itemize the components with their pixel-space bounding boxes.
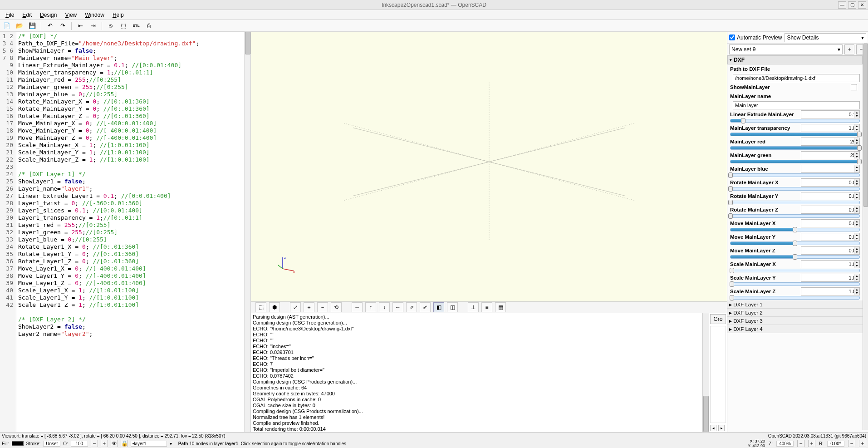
view-right-icon[interactable]: → xyxy=(352,302,363,312)
preset-select[interactable]: New set 9 ▾ xyxy=(729,44,843,54)
view-bottom-icon[interactable]: ↓ xyxy=(379,302,390,312)
param-spin-input[interactable]: 0.00▲▼ xyxy=(801,219,860,227)
spin-up-icon[interactable]: ▲ xyxy=(854,111,859,114)
menu-help[interactable]: Help xyxy=(109,11,128,19)
view-top-icon[interactable]: ↑ xyxy=(365,302,376,312)
layer-indicator[interactable]: •layer1 xyxy=(131,441,167,447)
param-spin-input[interactable]: 0.10▲▼ xyxy=(801,110,860,118)
visibility-icon[interactable]: 👁 xyxy=(111,440,118,447)
param-checkbox[interactable] xyxy=(851,84,857,90)
spin-down-icon[interactable]: ▼ xyxy=(854,169,859,172)
render-icon[interactable]: ⬚ xyxy=(118,21,128,31)
param-spin-input[interactable]: 0.00▲▼ xyxy=(801,192,860,200)
preview-checkbox-input[interactable] xyxy=(729,34,735,40)
param-slider[interactable] xyxy=(730,269,860,272)
open-icon[interactable]: 📂 xyxy=(15,21,25,31)
indent-icon[interactable]: ⇥ xyxy=(88,21,98,31)
new-icon[interactable]: 📄 xyxy=(2,21,12,31)
group-dxf[interactable]: ▾DXF xyxy=(727,55,863,64)
view-left-icon[interactable]: ← xyxy=(392,302,403,312)
spin-down-icon[interactable]: ▼ xyxy=(854,210,859,213)
preview-icon[interactable]: ⎋ xyxy=(106,21,116,31)
group-dxf-layer-2[interactable]: ▸ DXF Layer 2 xyxy=(727,309,863,317)
view-front-icon[interactable]: ⇗ xyxy=(406,302,417,312)
spin-down-icon[interactable]: ▼ xyxy=(854,291,859,295)
spin-down-icon[interactable]: ▼ xyxy=(854,223,859,227)
ortho-icon[interactable]: ◫ xyxy=(447,302,458,312)
zoom-out-btn[interactable]: − xyxy=(797,440,804,447)
unindent-icon[interactable]: ⇤ xyxy=(75,21,85,31)
opacity-value[interactable]: 100 xyxy=(71,441,88,447)
rotation-value[interactable]: 0.00° xyxy=(827,441,844,447)
param-spin-input[interactable]: 0.00▲▼ xyxy=(801,246,860,255)
param-spin-input[interactable]: 255▲▼ xyxy=(801,151,860,159)
zoom-value[interactable]: 400% xyxy=(776,441,794,447)
param-slider[interactable] xyxy=(730,282,860,286)
spin-down-icon[interactable]: ▼ xyxy=(854,278,859,281)
axes-icon[interactable]: ⊥ xyxy=(468,302,479,312)
spin-down-icon[interactable]: ▼ xyxy=(854,251,859,254)
print-icon[interactable]: ⎙ xyxy=(144,21,154,31)
spin-up-icon[interactable]: ▲ xyxy=(854,261,859,264)
group-dxf-layer-4[interactable]: ▸ DXF Layer 4 xyxy=(727,325,863,333)
spin-up-icon[interactable]: ▲ xyxy=(854,179,859,182)
chevron-down-icon[interactable]: ▾ xyxy=(170,441,172,446)
param-spin-input[interactable]: 1.00▲▼ xyxy=(801,274,860,282)
spin-down-icon[interactable]: ▼ xyxy=(854,114,859,118)
edges-icon[interactable]: ▦ xyxy=(495,302,506,312)
spin-up-icon[interactable]: ▲ xyxy=(854,206,859,210)
param-slider[interactable] xyxy=(730,296,860,300)
param-slider[interactable] xyxy=(730,187,860,191)
menu-design[interactable]: Design xyxy=(36,11,60,19)
opacity-up[interactable]: + xyxy=(101,440,108,447)
param-slider[interactable] xyxy=(730,201,860,204)
param-spin-input[interactable]: 0.00▲▼ xyxy=(801,206,860,214)
param-slider[interactable] xyxy=(730,255,860,259)
spin-up-icon[interactable]: ▲ xyxy=(854,138,859,142)
spin-down-icon[interactable]: ▼ xyxy=(854,237,859,241)
param-text-input[interactable] xyxy=(733,101,860,109)
spin-down-icon[interactable]: ▼ xyxy=(854,128,859,132)
spin-down-icon[interactable]: ▼ xyxy=(854,264,859,268)
zoom-out-icon[interactable]: － xyxy=(317,302,328,312)
spin-up-icon[interactable]: ▲ xyxy=(854,124,859,128)
render-view-icon[interactable]: ⬢ xyxy=(269,302,280,312)
param-spin-input[interactable]: 1.00▲▼ xyxy=(801,287,860,295)
fill-swatch[interactable] xyxy=(12,441,24,446)
group-dxf-layer-1[interactable]: ▸ DXF Layer 1 xyxy=(727,300,863,309)
spin-down-icon[interactable]: ▼ xyxy=(854,182,859,186)
zoom-in-btn[interactable]: + xyxy=(808,440,815,447)
undo-icon[interactable]: ↶ xyxy=(45,21,55,31)
rot-up-btn[interactable]: + xyxy=(859,440,866,447)
scroll-left-icon[interactable]: ◂ xyxy=(710,425,716,431)
console-scrollbar[interactable] xyxy=(702,313,709,432)
param-slider[interactable] xyxy=(730,133,860,136)
scale-marker-icon[interactable]: ≡ xyxy=(481,302,492,312)
param-spin-input[interactable]: 0.00▲▼ xyxy=(801,178,860,187)
menu-window[interactable]: Window xyxy=(81,11,108,19)
zoom-all-icon[interactable]: ⤢ xyxy=(290,302,301,312)
add-preset-button[interactable]: ＋ xyxy=(844,44,854,54)
menu-file[interactable]: File xyxy=(2,11,18,19)
rot-down-btn[interactable]: − xyxy=(848,440,855,447)
spin-up-icon[interactable]: ▲ xyxy=(854,233,859,237)
save-icon[interactable]: 💾 xyxy=(27,21,37,31)
spin-up-icon[interactable]: ▲ xyxy=(854,288,859,291)
spin-up-icon[interactable]: ▲ xyxy=(854,247,859,251)
zoom-in-icon[interactable]: ＋ xyxy=(304,302,314,312)
lock-icon[interactable]: 🔒 xyxy=(121,440,128,447)
group-dxf-layer-3[interactable]: ▸ DXF Layer 3 xyxy=(727,317,863,325)
param-spin-input[interactable]: 1.00▲▼ xyxy=(801,124,860,132)
spin-up-icon[interactable]: ▲ xyxy=(854,192,859,196)
param-slider[interactable] xyxy=(730,173,860,177)
params-scrollbar[interactable] xyxy=(863,44,868,430)
minimize-button[interactable]: — xyxy=(838,1,846,9)
console-output[interactable]: Parsing design (AST generation)...Compil… xyxy=(251,313,709,432)
details-combo[interactable]: Show Details ▾ xyxy=(785,33,866,42)
spin-down-icon[interactable]: ▼ xyxy=(854,142,859,145)
param-spin-input[interactable]: 0▲▼ xyxy=(801,165,860,173)
editor-scrollbar[interactable] xyxy=(244,32,250,432)
spin-up-icon[interactable]: ▲ xyxy=(854,165,859,169)
param-slider[interactable] xyxy=(730,119,860,123)
reset-view-icon[interactable]: ⟲ xyxy=(331,302,342,312)
